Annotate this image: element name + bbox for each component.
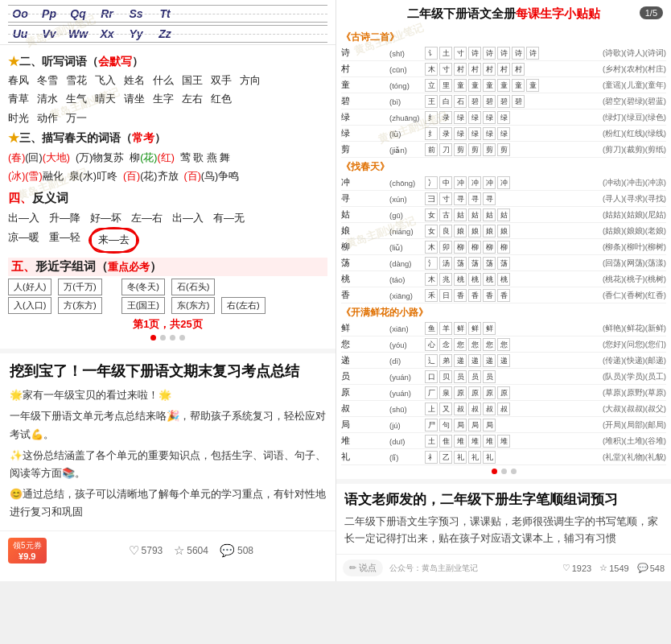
char-rows-path: 鲜 (xiān) 鱼羊鲜鲜鲜 (鲜艳)(鲜花)(新鲜) 您 (yóu) 心念您您… xyxy=(341,321,666,465)
comment-count: 508 xyxy=(237,545,253,556)
right-stat-like[interactable]: ♡ 1923 xyxy=(562,563,591,573)
section5-content: 人(好人) 万(千万) 冬(冬天) 石(石头) 入(入口) 方(东方) 王(国王… xyxy=(8,279,327,314)
char-row: 姑 (gū) 女古姑姑姑姑 (姑姑)(姑娘)(尼姑) xyxy=(341,208,666,223)
char-row: 您 (yóu) 心念您您您您 (您好)(问您)(您们) xyxy=(341,337,666,353)
char-row: 柳 (liǔ) 木卯柳柳柳柳 (柳条)(柳叶)(柳树) xyxy=(341,240,666,255)
section2-title: ★二、听写词语（会默写） xyxy=(8,55,327,69)
dots-row-right xyxy=(341,469,666,474)
like-icon: ♡ xyxy=(129,543,139,558)
char-row: 香 (xiāng) 禾日香香香香 (香仁)(香树)(红香) xyxy=(341,288,666,303)
alpha-row-2: Uu Vv Ww Xx Yy Zz xyxy=(8,25,327,43)
char-row: 娘 (niáng) 女良娘娘娘娘 (姑娘)(娘娘)(老娘) xyxy=(341,224,666,239)
right-like-count: 1923 xyxy=(572,564,591,573)
char-row: 堆 (duī) 土隹堆堆堆堆 (堆积)(土堆)(谷堆) xyxy=(341,434,666,449)
page-badge: 1/5 xyxy=(640,6,663,19)
right-like-icon: ♡ xyxy=(562,563,570,573)
bottom-card: 挖到宝了！一年级下册语文期末复习考点总结 🌟家有一年级宝贝的看过来啦！🌟 一年级… xyxy=(0,349,336,530)
coupon-price: ¥9.9 xyxy=(19,551,35,561)
alpha-Yy: Yy xyxy=(124,27,148,40)
dots-row xyxy=(8,335,327,341)
right-star-count: 1549 xyxy=(609,564,628,573)
right-main-title: 二年级下册语文全册每课生字小贴贴 xyxy=(344,6,663,22)
right-stats: ♡ 1923 ☆ 1549 💬 548 xyxy=(562,563,665,573)
char-row: 冲 (chōng) 冫中冲冲冲冲 (冲动)(冲击)(冲凉) xyxy=(341,175,666,191)
alpha-Ss: Ss xyxy=(124,7,148,20)
edit-button[interactable]: ✏ 说点 xyxy=(343,559,383,576)
char-table-section: 《古诗二首》 诗 (shī) 讠土寸诗诗诗诗诗 (诗歌)(诗人)(诗词) 村 (… xyxy=(336,27,671,479)
section4-title: 四、反义词 xyxy=(8,191,327,206)
right-action-bar: ✏ 说点 公众号：黄岛主副业笔记 ♡ 1923 ☆ 1549 💬 548 xyxy=(336,554,671,581)
alpha-Xx: Xx xyxy=(95,27,119,40)
right-stat-star[interactable]: ☆ 1549 xyxy=(599,563,628,573)
alpha-Qq: Qq xyxy=(66,7,90,20)
alpha-Ww: Ww xyxy=(66,27,90,40)
coupon-label: 领5元券 xyxy=(13,540,42,551)
char-row: 桃 (táo) 木兆桃桃桃桃 (桃花)(桃子)(桃树) xyxy=(341,272,666,287)
right-comment-count: 548 xyxy=(650,564,665,573)
char-row: 礼 (lǐ) 礻乙礼礼礼 (礼堂)(礼物)(礼貌) xyxy=(341,450,666,465)
right-comment-icon: 💬 xyxy=(637,563,648,573)
right-stat-comment[interactable]: 💬 548 xyxy=(637,563,665,573)
alphabet-section: Oo Pp Qq Rr Ss Tt Uu Vv Ww Xx Yy Zz xyxy=(0,0,336,45)
right-bottom-title: 语文老师发的，二年级下册生字笔顺组词预习 xyxy=(344,490,663,510)
char-row: 叔 (shū) 上又叔叔叔叔 (大叔)(叔叔)(叔父) xyxy=(341,402,666,417)
subtitle-gushi: 《古诗二首》 xyxy=(341,31,666,44)
edit-icon: ✏ xyxy=(349,563,356,573)
char-row: 员 (yuán) 口贝员员员 (队员)(学员)(员工) xyxy=(341,369,666,385)
alpha-row-1: Oo Pp Qq Rr Ss Tt xyxy=(8,5,327,23)
dot-3[interactable] xyxy=(170,335,175,341)
char-rows-gushi: 诗 (shī) 讠土寸诗诗诗诗诗 (诗歌)(诗人)(诗词) 村 (cūn) 木寸… xyxy=(341,46,666,158)
content-section: ★二、听写词语（会默写） 春风冬雪雪花飞入姓名什么国王双手方向 青草清水生气晴天… xyxy=(0,45,336,349)
section4-content: 出—入升—降好—坏左—右出—入有—无 凉—暖重—轻 来—去 xyxy=(8,208,327,253)
dot-r-2[interactable] xyxy=(501,469,507,474)
char-row: 碧 (bì) 王白石碧碧碧碧 (碧空)(碧绿)(碧蓝) xyxy=(341,94,666,109)
stat-star[interactable]: ☆ 5604 xyxy=(174,543,208,558)
alpha-Zz: Zz xyxy=(153,27,177,40)
alpha-Rr: Rr xyxy=(95,7,119,20)
star-icon: ☆ xyxy=(174,543,184,558)
dot-1[interactable] xyxy=(150,335,156,341)
section5-title: 五、形近字组词（重点必考） xyxy=(8,258,327,276)
edit-label: 说点 xyxy=(359,562,377,574)
right-bottom-card: 语文老师发的，二年级下册生字笔顺组词预习 二年级下册语文生字预习，课课贴，老师很… xyxy=(336,479,671,554)
section3-content: (春)(回)(大地) (万)物复苏 柳(花)(红) 莺 歌 燕 舞 (冰)(雪)… xyxy=(8,149,327,186)
stat-like[interactable]: ♡ 5793 xyxy=(129,543,163,558)
dot-r-1[interactable] xyxy=(492,469,497,474)
coupon-button[interactable]: 领5元券 ¥9.9 xyxy=(8,538,47,564)
subtitle-spring: 《找春天》 xyxy=(341,160,666,174)
card-body: 🌟家有一年级宝贝的看过来啦！🌟 一年级下册语文单元考点总结来咯🎉，帮助孩子系统复… xyxy=(10,386,326,521)
char-row: 原 (yuán) 厂泉原原原原 (草原)(原野)(草原) xyxy=(341,386,666,401)
char-row: 诗 (shī) 讠土寸诗诗诗诗诗 (诗歌)(诗人)(诗词) xyxy=(341,46,666,61)
alpha-Oo: Oo xyxy=(8,7,32,20)
char-row: 局 (jú) 尸句局局局 (开局)(局部)(邮局) xyxy=(341,418,666,433)
char-row: 村 (cūn) 木寸村村村村村 (乡村)(农村)(村庄) xyxy=(341,62,666,77)
right-top: 二年级下册语文全册每课生字小贴贴 1/5 xyxy=(336,0,671,27)
action-stats: ♡ 5793 ☆ 5604 💬 508 xyxy=(55,543,327,558)
char-row: 童 (tóng) 立里童童童童童童 (童谣)(儿童)(童年) xyxy=(341,78,666,93)
stat-comment[interactable]: 💬 508 xyxy=(220,543,253,558)
alpha-Uu: Uu xyxy=(8,27,32,40)
char-rows-spring: 冲 (chōng) 冫中冲冲冲冲 (冲动)(冲击)(冲凉) 寻 (xún) 彐寸… xyxy=(341,175,666,303)
source-label: 公众号：黄岛主副业笔记 xyxy=(389,563,556,574)
char-row: 绿 (zhuāng) 纟录绿绿绿绿 (绿灯)(绿豆)(绿色) xyxy=(341,110,666,126)
char-row: 递 (dì) 辶弟递递递递 (传递)(快递)(邮递) xyxy=(341,353,666,369)
subtitle-path: 《开满鲜花的小路》 xyxy=(341,306,666,320)
char-row: 绿 (lǜ) 纟录绿绿绿绿 (粉红)(红线)(绿线) xyxy=(341,126,666,142)
alpha-Tt: Tt xyxy=(153,7,177,20)
alpha-Pp: Pp xyxy=(37,7,61,20)
char-row: 荡 (dàng) 氵汤荡荡荡荡 (回荡)(网荡)(荡漾) xyxy=(341,256,666,271)
dot-4[interactable] xyxy=(179,335,185,341)
section2-content: 春风冬雪雪花飞入姓名什么国王双手方向 青草清水生气晴天请坐生字左右红色 时光动作… xyxy=(8,72,327,127)
main-container: 黄岛主副业笔记 黄岛主副业笔记 黄岛主副业笔记 Oo Pp Qq Rr Ss T… xyxy=(0,0,671,581)
section3-title: ★三、描写春天的词语（常考） xyxy=(8,131,327,146)
star-count: 5604 xyxy=(187,545,208,556)
right-bottom-body: 二年级下册语文生字预习，课课贴，老师很强调生字的书写笔顺，家长一定记得打出来，贴… xyxy=(344,514,663,548)
dot-2[interactable] xyxy=(160,335,166,341)
char-row: 寻 (xún) 彐寸寻寻寻 (寻人)(寻求)(寻找) xyxy=(341,192,666,207)
right-star-icon: ☆ xyxy=(599,563,607,573)
char-row: 鲜 (xiān) 鱼羊鲜鲜鲜 (鲜艳)(鲜花)(新鲜) xyxy=(341,321,666,336)
char-row: 剪 (jiǎn) 前刀剪剪剪剪 (剪刀)(裁剪)(剪纸) xyxy=(341,142,666,158)
like-count: 5793 xyxy=(142,545,163,556)
dot-r-3[interactable] xyxy=(511,469,517,474)
page-indicator: 第1页，共25页 xyxy=(8,317,327,332)
